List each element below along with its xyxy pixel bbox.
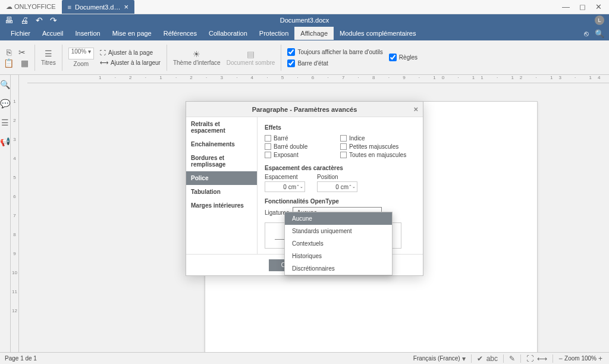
select-all-icon[interactable]: ▦ — [21, 58, 29, 68]
undo-icon[interactable]: ↶ — [36, 15, 43, 25]
paste-icon[interactable]: 📋 — [4, 58, 14, 68]
dialog-nav: Retraits et espacement Enchaînements Bor… — [186, 117, 258, 254]
page-status[interactable]: Page 1 de 1 — [5, 355, 37, 362]
menu-mise-en-page[interactable]: Mise en page — [106, 27, 158, 40]
fit-page-icon: ⛶ — [100, 49, 106, 56]
dropdown-item-standard[interactable]: Standards uniquement — [285, 225, 392, 237]
check-small-caps[interactable]: Petites majuscules — [340, 143, 416, 150]
opentype-title: Fonctionnalités OpenType — [265, 198, 416, 205]
position-input[interactable]: 0 cm — [317, 181, 357, 192]
tracking-icon[interactable]: ✎ — [507, 354, 517, 363]
nav-margins[interactable]: Marges intérieures — [186, 199, 257, 212]
cut-icon[interactable]: ✂ — [18, 48, 26, 57]
menu-accueil[interactable]: Accueil — [36, 27, 69, 40]
open-location-icon[interactable]: ⎋ — [584, 29, 589, 38]
avatar[interactable]: L — [595, 15, 604, 25]
menu-references[interactable]: Références — [158, 27, 203, 40]
zoom-select[interactable]: 100% ▾ — [68, 48, 94, 59]
comments-icon[interactable]: 💬 — [0, 99, 10, 108]
spellcheck-icon[interactable]: ✔ — [475, 354, 485, 363]
ligatures-dropdown: Aucune Standards uniquement Contextuels … — [284, 212, 393, 275]
check-toolbar[interactable]: Toujours afficher la barre d'outils — [287, 48, 382, 56]
copy-icon[interactable]: ⎘ — [7, 48, 11, 57]
ruler-vertical: 123456789101112 — [11, 75, 19, 352]
theme-icon: ☀ — [193, 49, 200, 59]
save-icon[interactable]: 🖶 — [5, 15, 13, 25]
docname-bar: 🖶 🖨 ↶ ↷ Document3.docx L — [0, 14, 609, 26]
redo-icon[interactable]: ↷ — [50, 15, 57, 25]
check-subscript[interactable]: Indice — [340, 135, 416, 142]
ruler-horizontal: 1 · 2 · 1 · 2 · 3 · 4 · 5 · 6 · 7 · 8 · … — [27, 75, 609, 83]
dropdown-item-contextual[interactable]: Contextuels — [285, 237, 392, 250]
nav-indents[interactable]: Retraits et espacement — [186, 117, 257, 137]
tab-label: Document3.d… — [75, 4, 120, 11]
doc-title: Document3.docx — [280, 17, 329, 24]
fit-page-status-icon[interactable]: ⛶ — [525, 354, 535, 363]
close-window-icon[interactable]: ✕ — [595, 2, 602, 11]
dropdown-item-discretionary[interactable]: Discrétionnaires — [285, 262, 392, 275]
sidebar-left: 🔍 💬 ☰ 📢 — [0, 75, 11, 352]
titles-button[interactable]: ☰ Titres — [41, 49, 56, 66]
minimize-icon[interactable]: — — [562, 2, 570, 11]
nav-borders[interactable]: Bordures et remplissage — [186, 151, 257, 171]
fit-page-button[interactable]: ⛶Ajuster à la page — [100, 49, 161, 56]
menu-insertion[interactable]: Insertion — [69, 27, 106, 40]
dark-doc-button: ▤ Document sombre — [227, 49, 275, 66]
close-tab-icon[interactable]: × — [124, 2, 128, 11]
search-icon[interactable]: 🔍 — [0, 80, 10, 89]
abc-icon[interactable]: abc — [485, 354, 500, 363]
fit-width-button[interactable]: ⟷Ajuster à la largeur — [100, 59, 161, 66]
check-superscript[interactable]: Exposant — [265, 152, 340, 158]
effects-title: Effets — [265, 124, 416, 131]
titles-icon: ☰ — [45, 49, 52, 58]
maximize-icon[interactable]: ◻ — [579, 2, 586, 11]
dialog-header: Paragraphe - Paramètres avancés × — [186, 102, 423, 117]
menu-affichage[interactable]: Affichage — [294, 27, 334, 40]
check-strikethrough[interactable]: Barré — [265, 135, 340, 142]
headings-icon[interactable]: ☰ — [1, 118, 9, 127]
doc-icon: ≡ — [68, 4, 71, 11]
titlebar: ☁ ONLYOFFICE ≡ Document3.d… × — ◻ ✕ — [0, 0, 609, 14]
fit-width-icon: ⟷ — [100, 59, 108, 66]
print-icon[interactable]: 🖨 — [20, 15, 29, 25]
nav-tabs[interactable]: Tabulation — [186, 185, 257, 199]
menu-fichier[interactable]: Fichier — [5, 27, 36, 40]
ribbon: ⎘✂ 📋▦ ☰ Titres 100% ▾ Zoom ⛶Ajuster à la… — [0, 40, 609, 75]
menu-collaboration[interactable]: Collaboration — [203, 27, 253, 40]
char-spacing-title: Espacement des caractères — [265, 165, 416, 171]
theme-button[interactable]: ☀ Thème d'interface — [173, 49, 221, 66]
zoom-in-icon[interactable]: + — [597, 354, 604, 363]
menu-modules[interactable]: Modules complémentaires — [334, 27, 422, 40]
fit-width-status-icon[interactable]: ⟷ — [535, 354, 549, 363]
spacing-input[interactable]: 0 cm — [265, 181, 305, 192]
check-rulers[interactable]: Règles — [389, 54, 417, 61]
nav-font[interactable]: Police — [186, 171, 257, 185]
dark-doc-icon: ▤ — [247, 49, 255, 59]
check-all-caps[interactable]: Toutes en majuscules — [340, 152, 416, 158]
lang-dropdown-icon[interactable]: ▾ — [460, 354, 467, 363]
app-logo: ☁ ONLYOFFICE — [2, 3, 59, 11]
lang-status[interactable]: Français (France) — [413, 355, 460, 362]
dropdown-item-historical[interactable]: Historiques — [285, 250, 392, 262]
zoom-out-icon[interactable]: − — [557, 354, 564, 363]
check-double-strike[interactable]: Barré double — [265, 143, 340, 150]
dialog-close-icon[interactable]: × — [413, 105, 418, 114]
nav-line-breaks[interactable]: Enchaînements — [186, 137, 257, 151]
document-tab[interactable]: ≡ Document3.d… × — [62, 0, 134, 14]
dropdown-item-none[interactable]: Aucune — [285, 212, 392, 225]
check-status[interactable]: Barre d'état — [287, 59, 382, 67]
status-bar: Page 1 de 1 Français (France) ▾ ✔ abc ✎ … — [0, 352, 609, 364]
menu-protection[interactable]: Protection — [253, 27, 295, 40]
zoom-status[interactable]: Zoom 100% — [564, 355, 597, 362]
menu-bar: Fichier Accueil Insertion Mise en page R… — [0, 26, 609, 40]
zoom-label: Zoom — [74, 61, 89, 67]
feedback-icon[interactable]: 📢 — [0, 137, 10, 146]
search-menu-icon[interactable]: 🔍 — [595, 29, 604, 38]
